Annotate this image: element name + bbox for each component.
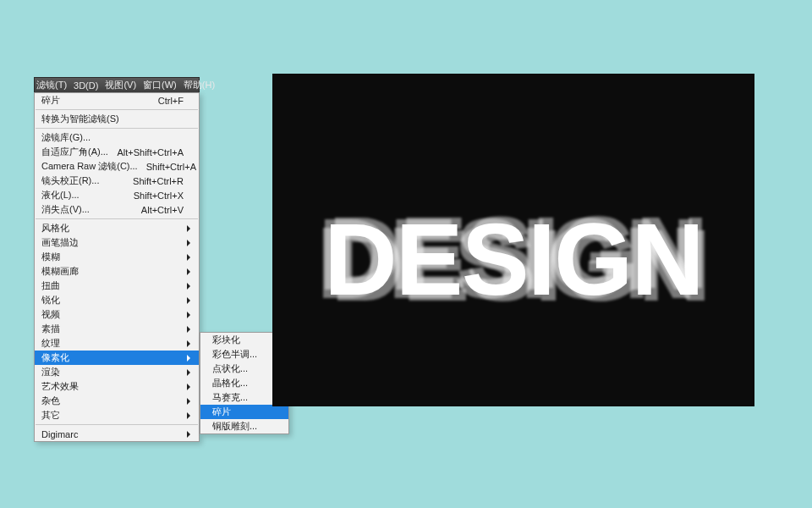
menu-item-texture[interactable]: 纹理 bbox=[35, 336, 199, 351]
menu-item-shortcut: Ctrl+F bbox=[158, 96, 184, 106]
menu-item-vanishing-point[interactable]: 消失点(V)... Alt+Ctrl+V bbox=[35, 202, 199, 217]
menu-item-label: 其它 bbox=[41, 409, 184, 422]
menu-item-stylize[interactable]: 风格化 bbox=[35, 221, 199, 235]
menubar-item-window[interactable]: 窗口(W) bbox=[143, 79, 177, 91]
menu-item-label: 视频 bbox=[41, 308, 184, 321]
menu-item-shortcut: Alt+Shift+Ctrl+A bbox=[117, 147, 184, 157]
menu-item-label: 液化(L)... bbox=[41, 189, 125, 202]
menu-item-label: 镜头校正(R)... bbox=[41, 174, 124, 187]
menu-item-label: Camera Raw 滤镜(C)... bbox=[41, 160, 138, 173]
menu-item-shortcut: Shift+Ctrl+X bbox=[134, 190, 184, 201]
menu-item-pixelate[interactable]: 像素化 bbox=[35, 351, 199, 365]
menu-item-other[interactable]: 其它 bbox=[35, 408, 199, 422]
menu-separator bbox=[36, 218, 198, 219]
menu-item-camera-raw[interactable]: Camera Raw 滤镜(C)... Shift+Ctrl+A bbox=[35, 159, 199, 174]
menu-separator bbox=[36, 128, 198, 129]
menu-item-label: 素描 bbox=[41, 323, 184, 335]
menu-item-noise[interactable]: 杂色 bbox=[35, 394, 199, 408]
menu-item-label: 风格化 bbox=[41, 222, 184, 235]
menu-separator bbox=[36, 424, 198, 425]
menu-item-render[interactable]: 渲染 bbox=[35, 365, 199, 379]
menu-item-label: 马赛克... bbox=[212, 391, 273, 404]
menu-item-video[interactable]: 视频 bbox=[35, 307, 199, 322]
menu-item-label: 渲染 bbox=[41, 366, 184, 378]
menu-item-label: 点状化... bbox=[212, 362, 273, 375]
menubar: 滤镜(T) 3D(D) 视图(V) 窗口(W) 帮助(H) bbox=[34, 77, 200, 92]
menu-item-label: 锐化 bbox=[41, 294, 184, 306]
menu-separator bbox=[36, 109, 198, 110]
menu-item-filter-gallery[interactable]: 滤镜库(G)... bbox=[35, 130, 199, 145]
menu-item-label: Digimarc bbox=[41, 429, 184, 439]
menu-item-distort[interactable]: 扭曲 bbox=[35, 279, 199, 293]
menu-item-blur-gallery[interactable]: 模糊画廊 bbox=[35, 264, 199, 279]
menu-item-artistic[interactable]: 艺术效果 bbox=[35, 379, 199, 394]
menu-item-label: 模糊画廊 bbox=[41, 265, 184, 278]
menu-item-sketch[interactable]: 素描 bbox=[35, 322, 199, 336]
menu-item-label: 转换为智能滤镜(S) bbox=[41, 113, 184, 125]
menu-item-shortcut: Shift+Ctrl+R bbox=[133, 176, 184, 186]
menubar-item-filter[interactable]: 滤镜(T) bbox=[36, 79, 67, 91]
menu-item-shortcut: Alt+Ctrl+V bbox=[141, 205, 184, 215]
menu-item-sharpen[interactable]: 锐化 bbox=[35, 293, 199, 307]
menu-item-blur[interactable]: 模糊 bbox=[35, 250, 199, 264]
menu-item-convert-smart[interactable]: 转换为智能滤镜(S) bbox=[35, 112, 199, 126]
menu-item-label: 杂色 bbox=[41, 395, 184, 407]
menu-item-brush-strokes[interactable]: 画笔描边 bbox=[35, 235, 199, 250]
menu-item-liquify[interactable]: 液化(L)... Shift+Ctrl+X bbox=[35, 188, 199, 202]
submenu-item-mezzotint[interactable]: 铜版雕刻... bbox=[200, 419, 288, 433]
menu-item-label: 彩色半调... bbox=[212, 348, 273, 361]
menu-item-label: 碎片 bbox=[41, 94, 150, 107]
menu-item-label: 晶格化... bbox=[212, 377, 273, 389]
menu-item-label: 滤镜库(G)... bbox=[41, 131, 184, 144]
menu-item-label: 碎片 bbox=[212, 406, 273, 418]
menubar-item-view[interactable]: 视图(V) bbox=[105, 79, 136, 91]
menu-item-label: 铜版雕刻... bbox=[212, 420, 273, 433]
design-text-base: DESIGN bbox=[324, 202, 703, 316]
menu-item-label: 自适应广角(A)... bbox=[41, 146, 108, 158]
menu-item-label: 像素化 bbox=[41, 351, 184, 364]
menu-item-label: 彩块化 bbox=[212, 334, 273, 346]
menu-item-adaptive-wide[interactable]: 自适应广角(A)... Alt+Shift+Ctrl+A bbox=[35, 145, 199, 159]
submenu-item-fragment[interactable]: 碎片 bbox=[200, 405, 288, 419]
menu-item-digimarc[interactable]: Digimarc bbox=[35, 427, 199, 441]
menu-item-label: 消失点(V)... bbox=[41, 203, 133, 216]
menu-item-lens-correction[interactable]: 镜头校正(R)... Shift+Ctrl+R bbox=[35, 174, 199, 188]
design-text: DESIGN DESIGN DESIGN DESIGN DESIGN bbox=[272, 201, 754, 318]
menu-item-label: 纹理 bbox=[41, 337, 184, 350]
menu-item-shortcut: Shift+Ctrl+A bbox=[146, 162, 196, 172]
menubar-item-help[interactable]: 帮助(H) bbox=[184, 79, 215, 91]
menu-item-label: 扭曲 bbox=[41, 279, 184, 292]
menu-item-last-filter[interactable]: 碎片 Ctrl+F bbox=[35, 93, 199, 108]
menu-item-label: 艺术效果 bbox=[41, 380, 184, 393]
menu-item-label: 模糊 bbox=[41, 251, 184, 263]
menu-item-label: 画笔描边 bbox=[41, 236, 184, 249]
menubar-item-3d[interactable]: 3D(D) bbox=[74, 80, 98, 91]
canvas-preview: DESIGN DESIGN DESIGN DESIGN DESIGN bbox=[272, 74, 754, 406]
filter-menu: 碎片 Ctrl+F 转换为智能滤镜(S) 滤镜库(G)... 自适应广角(A).… bbox=[34, 92, 200, 442]
